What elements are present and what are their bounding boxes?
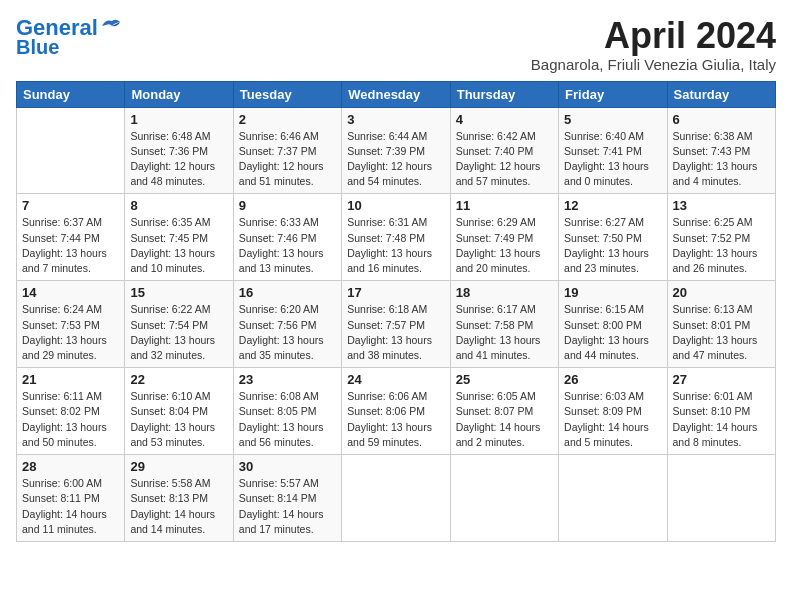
day-number: 10 [347,198,444,213]
day-number: 11 [456,198,553,213]
day-cell [450,455,558,542]
day-cell: 16Sunrise: 6:20 AM Sunset: 7:56 PM Dayli… [233,281,341,368]
day-number: 3 [347,112,444,127]
week-row-5: 28Sunrise: 6:00 AM Sunset: 8:11 PM Dayli… [17,455,776,542]
day-number: 7 [22,198,119,213]
day-cell: 29Sunrise: 5:58 AM Sunset: 8:13 PM Dayli… [125,455,233,542]
day-info: Sunrise: 6:35 AM Sunset: 7:45 PM Dayligh… [130,215,227,276]
day-cell [559,455,667,542]
logo-bird-icon [100,17,122,35]
day-number: 25 [456,372,553,387]
day-cell: 14Sunrise: 6:24 AM Sunset: 7:53 PM Dayli… [17,281,125,368]
weekday-header-thursday: Thursday [450,81,558,107]
day-cell: 25Sunrise: 6:05 AM Sunset: 8:07 PM Dayli… [450,368,558,455]
day-info: Sunrise: 6:44 AM Sunset: 7:39 PM Dayligh… [347,129,444,190]
day-number: 16 [239,285,336,300]
day-number: 15 [130,285,227,300]
day-info: Sunrise: 6:22 AM Sunset: 7:54 PM Dayligh… [130,302,227,363]
day-number: 12 [564,198,661,213]
day-cell: 3Sunrise: 6:44 AM Sunset: 7:39 PM Daylig… [342,107,450,194]
day-cell: 11Sunrise: 6:29 AM Sunset: 7:49 PM Dayli… [450,194,558,281]
location: Bagnarola, Friuli Venezia Giulia, Italy [531,56,776,73]
day-number: 26 [564,372,661,387]
weekday-header-monday: Monday [125,81,233,107]
day-number: 17 [347,285,444,300]
day-info: Sunrise: 5:58 AM Sunset: 8:13 PM Dayligh… [130,476,227,537]
day-info: Sunrise: 6:10 AM Sunset: 8:04 PM Dayligh… [130,389,227,450]
logo: General Blue [16,16,122,58]
day-cell: 18Sunrise: 6:17 AM Sunset: 7:58 PM Dayli… [450,281,558,368]
day-cell: 2Sunrise: 6:46 AM Sunset: 7:37 PM Daylig… [233,107,341,194]
day-info: Sunrise: 6:08 AM Sunset: 8:05 PM Dayligh… [239,389,336,450]
day-info: Sunrise: 6:05 AM Sunset: 8:07 PM Dayligh… [456,389,553,450]
day-cell: 13Sunrise: 6:25 AM Sunset: 7:52 PM Dayli… [667,194,775,281]
day-info: Sunrise: 6:20 AM Sunset: 7:56 PM Dayligh… [239,302,336,363]
day-cell: 30Sunrise: 5:57 AM Sunset: 8:14 PM Dayli… [233,455,341,542]
day-cell [342,455,450,542]
calendar-table: SundayMondayTuesdayWednesdayThursdayFrid… [16,81,776,542]
weekday-header-friday: Friday [559,81,667,107]
day-number: 18 [456,285,553,300]
title-block: April 2024 Bagnarola, Friuli Venezia Giu… [531,16,776,73]
day-cell: 24Sunrise: 6:06 AM Sunset: 8:06 PM Dayli… [342,368,450,455]
day-number: 14 [22,285,119,300]
day-cell: 1Sunrise: 6:48 AM Sunset: 7:36 PM Daylig… [125,107,233,194]
day-cell: 9Sunrise: 6:33 AM Sunset: 7:46 PM Daylig… [233,194,341,281]
day-info: Sunrise: 6:37 AM Sunset: 7:44 PM Dayligh… [22,215,119,276]
logo-blue: Blue [16,36,59,58]
day-cell: 28Sunrise: 6:00 AM Sunset: 8:11 PM Dayli… [17,455,125,542]
day-cell [17,107,125,194]
weekday-header-row: SundayMondayTuesdayWednesdayThursdayFrid… [17,81,776,107]
week-row-4: 21Sunrise: 6:11 AM Sunset: 8:02 PM Dayli… [17,368,776,455]
page-header: General Blue April 2024 Bagnarola, Friul… [16,16,776,73]
day-number: 4 [456,112,553,127]
calendar-body: 1Sunrise: 6:48 AM Sunset: 7:36 PM Daylig… [17,107,776,541]
day-info: Sunrise: 6:15 AM Sunset: 8:00 PM Dayligh… [564,302,661,363]
weekday-header-saturday: Saturday [667,81,775,107]
day-number: 28 [22,459,119,474]
day-info: Sunrise: 6:25 AM Sunset: 7:52 PM Dayligh… [673,215,770,276]
day-cell [667,455,775,542]
day-cell: 6Sunrise: 6:38 AM Sunset: 7:43 PM Daylig… [667,107,775,194]
day-info: Sunrise: 6:46 AM Sunset: 7:37 PM Dayligh… [239,129,336,190]
day-number: 23 [239,372,336,387]
day-info: Sunrise: 6:24 AM Sunset: 7:53 PM Dayligh… [22,302,119,363]
day-number: 24 [347,372,444,387]
day-info: Sunrise: 6:48 AM Sunset: 7:36 PM Dayligh… [130,129,227,190]
day-info: Sunrise: 6:00 AM Sunset: 8:11 PM Dayligh… [22,476,119,537]
week-row-3: 14Sunrise: 6:24 AM Sunset: 7:53 PM Dayli… [17,281,776,368]
day-info: Sunrise: 5:57 AM Sunset: 8:14 PM Dayligh… [239,476,336,537]
day-number: 29 [130,459,227,474]
day-cell: 7Sunrise: 6:37 AM Sunset: 7:44 PM Daylig… [17,194,125,281]
day-info: Sunrise: 6:29 AM Sunset: 7:49 PM Dayligh… [456,215,553,276]
day-number: 8 [130,198,227,213]
day-cell: 23Sunrise: 6:08 AM Sunset: 8:05 PM Dayli… [233,368,341,455]
day-info: Sunrise: 6:01 AM Sunset: 8:10 PM Dayligh… [673,389,770,450]
day-info: Sunrise: 6:17 AM Sunset: 7:58 PM Dayligh… [456,302,553,363]
day-number: 9 [239,198,336,213]
day-number: 20 [673,285,770,300]
day-info: Sunrise: 6:11 AM Sunset: 8:02 PM Dayligh… [22,389,119,450]
day-info: Sunrise: 6:18 AM Sunset: 7:57 PM Dayligh… [347,302,444,363]
day-info: Sunrise: 6:40 AM Sunset: 7:41 PM Dayligh… [564,129,661,190]
week-row-2: 7Sunrise: 6:37 AM Sunset: 7:44 PM Daylig… [17,194,776,281]
day-cell: 21Sunrise: 6:11 AM Sunset: 8:02 PM Dayli… [17,368,125,455]
day-info: Sunrise: 6:31 AM Sunset: 7:48 PM Dayligh… [347,215,444,276]
month-title: April 2024 [531,16,776,56]
day-number: 2 [239,112,336,127]
day-cell: 12Sunrise: 6:27 AM Sunset: 7:50 PM Dayli… [559,194,667,281]
day-cell: 20Sunrise: 6:13 AM Sunset: 8:01 PM Dayli… [667,281,775,368]
day-cell: 15Sunrise: 6:22 AM Sunset: 7:54 PM Dayli… [125,281,233,368]
day-cell: 5Sunrise: 6:40 AM Sunset: 7:41 PM Daylig… [559,107,667,194]
day-number: 30 [239,459,336,474]
day-number: 22 [130,372,227,387]
day-info: Sunrise: 6:13 AM Sunset: 8:01 PM Dayligh… [673,302,770,363]
day-info: Sunrise: 6:27 AM Sunset: 7:50 PM Dayligh… [564,215,661,276]
day-cell: 4Sunrise: 6:42 AM Sunset: 7:40 PM Daylig… [450,107,558,194]
day-cell: 10Sunrise: 6:31 AM Sunset: 7:48 PM Dayli… [342,194,450,281]
day-number: 27 [673,372,770,387]
day-number: 21 [22,372,119,387]
day-cell: 22Sunrise: 6:10 AM Sunset: 8:04 PM Dayli… [125,368,233,455]
weekday-header-sunday: Sunday [17,81,125,107]
day-info: Sunrise: 6:33 AM Sunset: 7:46 PM Dayligh… [239,215,336,276]
